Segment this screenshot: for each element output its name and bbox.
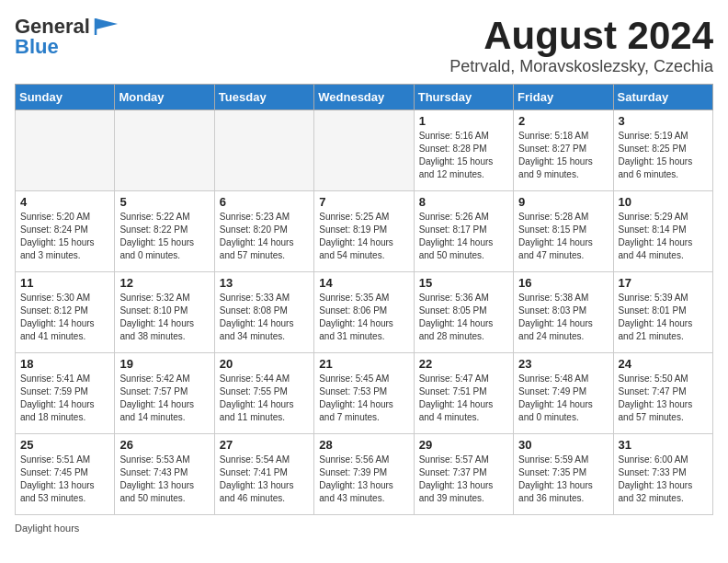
- calendar-header-row: SundayMondayTuesdayWednesdayThursdayFrid…: [16, 85, 713, 110]
- day-number: 28: [319, 438, 408, 452]
- day-number: 4: [20, 195, 109, 209]
- day-number: 13: [220, 276, 309, 290]
- calendar-cell: 28Sunrise: 5:56 AM Sunset: 7:39 PM Dayli…: [314, 434, 414, 515]
- calendar-cell: 4Sunrise: 5:20 AM Sunset: 8:24 PM Daylig…: [16, 191, 115, 272]
- week-row-1: 1Sunrise: 5:16 AM Sunset: 8:28 PM Daylig…: [16, 110, 713, 191]
- calendar-cell: 29Sunrise: 5:57 AM Sunset: 7:37 PM Dayli…: [414, 434, 513, 515]
- logo-flag-icon: [92, 17, 118, 37]
- day-info: Sunrise: 5:18 AM Sunset: 8:27 PM Dayligh…: [518, 130, 608, 181]
- day-info: Sunrise: 5:54 AM Sunset: 7:41 PM Dayligh…: [220, 454, 309, 505]
- day-number: 22: [419, 357, 508, 371]
- calendar-cell: 12Sunrise: 5:32 AM Sunset: 8:10 PM Dayli…: [115, 272, 214, 353]
- calendar-cell: 8Sunrise: 5:26 AM Sunset: 8:17 PM Daylig…: [414, 191, 513, 272]
- day-info: Sunrise: 5:41 AM Sunset: 7:59 PM Dayligh…: [20, 373, 109, 424]
- header: General Blue August 2024 Petrvald, Morav…: [15, 15, 713, 76]
- day-number: 21: [319, 357, 408, 371]
- day-number: 20: [220, 357, 309, 371]
- svg-marker-0: [96, 18, 118, 29]
- day-number: 29: [419, 438, 508, 452]
- day-info: Sunrise: 5:44 AM Sunset: 7:55 PM Dayligh…: [220, 373, 309, 424]
- day-info: Sunrise: 5:50 AM Sunset: 7:47 PM Dayligh…: [619, 373, 708, 424]
- calendar-cell: 10Sunrise: 5:29 AM Sunset: 8:14 PM Dayli…: [613, 191, 712, 272]
- page-title: August 2024: [449, 15, 713, 57]
- day-number: 7: [319, 195, 408, 209]
- day-number: 26: [119, 438, 209, 452]
- col-header-friday: Friday: [514, 85, 613, 110]
- col-header-sunday: Sunday: [16, 85, 115, 110]
- calendar-cell: [115, 110, 214, 191]
- calendar-cell: 30Sunrise: 5:59 AM Sunset: 7:35 PM Dayli…: [514, 434, 613, 515]
- day-info: Sunrise: 5:20 AM Sunset: 8:24 PM Dayligh…: [20, 211, 109, 262]
- day-info: Sunrise: 5:33 AM Sunset: 8:08 PM Dayligh…: [220, 292, 309, 343]
- logo: General Blue: [15, 15, 118, 59]
- calendar-cell: 17Sunrise: 5:39 AM Sunset: 8:01 PM Dayli…: [613, 272, 712, 353]
- day-number: 25: [20, 438, 109, 452]
- calendar-cell: 27Sunrise: 5:54 AM Sunset: 7:41 PM Dayli…: [214, 434, 313, 515]
- day-info: Sunrise: 5:35 AM Sunset: 8:06 PM Dayligh…: [319, 292, 408, 343]
- day-info: Sunrise: 5:30 AM Sunset: 8:12 PM Dayligh…: [20, 292, 109, 343]
- day-number: 10: [619, 195, 708, 209]
- calendar-cell: 13Sunrise: 5:33 AM Sunset: 8:08 PM Dayli…: [214, 272, 313, 353]
- day-info: Sunrise: 6:00 AM Sunset: 7:33 PM Dayligh…: [619, 454, 708, 505]
- calendar-cell: [16, 110, 115, 191]
- calendar-cell: 1Sunrise: 5:16 AM Sunset: 8:28 PM Daylig…: [414, 110, 513, 191]
- day-info: Sunrise: 5:19 AM Sunset: 8:25 PM Dayligh…: [619, 130, 708, 181]
- week-row-5: 25Sunrise: 5:51 AM Sunset: 7:45 PM Dayli…: [16, 434, 713, 515]
- day-info: Sunrise: 5:39 AM Sunset: 8:01 PM Dayligh…: [619, 292, 708, 343]
- day-number: 15: [419, 276, 508, 290]
- calendar-cell: 26Sunrise: 5:53 AM Sunset: 7:43 PM Dayli…: [115, 434, 214, 515]
- day-number: 11: [20, 276, 109, 290]
- day-info: Sunrise: 5:32 AM Sunset: 8:10 PM Dayligh…: [119, 292, 209, 343]
- col-header-thursday: Thursday: [414, 85, 513, 110]
- calendar-cell: 23Sunrise: 5:48 AM Sunset: 7:49 PM Dayli…: [514, 353, 613, 434]
- day-number: 9: [518, 195, 608, 209]
- calendar-cell: 25Sunrise: 5:51 AM Sunset: 7:45 PM Dayli…: [16, 434, 115, 515]
- calendar-cell: 22Sunrise: 5:47 AM Sunset: 7:51 PM Dayli…: [414, 353, 513, 434]
- calendar-cell: [314, 110, 414, 191]
- day-info: Sunrise: 5:28 AM Sunset: 8:15 PM Dayligh…: [518, 211, 608, 262]
- day-number: 16: [518, 276, 608, 290]
- day-number: 17: [619, 276, 708, 290]
- day-number: 6: [220, 195, 309, 209]
- day-number: 5: [119, 195, 209, 209]
- day-info: Sunrise: 5:59 AM Sunset: 7:35 PM Dayligh…: [518, 454, 608, 505]
- day-info: Sunrise: 5:45 AM Sunset: 7:53 PM Dayligh…: [319, 373, 408, 424]
- title-area: August 2024 Petrvald, Moravskoslezsky, C…: [449, 15, 713, 76]
- col-header-tuesday: Tuesday: [214, 85, 313, 110]
- col-header-monday: Monday: [115, 85, 214, 110]
- calendar-cell: 16Sunrise: 5:38 AM Sunset: 8:03 PM Dayli…: [514, 272, 613, 353]
- calendar-cell: 6Sunrise: 5:23 AM Sunset: 8:20 PM Daylig…: [214, 191, 313, 272]
- day-info: Sunrise: 5:51 AM Sunset: 7:45 PM Dayligh…: [20, 454, 109, 505]
- day-info: Sunrise: 5:23 AM Sunset: 8:20 PM Dayligh…: [220, 211, 309, 262]
- calendar-cell: 19Sunrise: 5:42 AM Sunset: 7:57 PM Dayli…: [115, 353, 214, 434]
- day-info: Sunrise: 5:25 AM Sunset: 8:19 PM Dayligh…: [319, 211, 408, 262]
- day-number: 1: [419, 114, 508, 128]
- footer-note: Daylight hours: [15, 523, 713, 534]
- day-number: 23: [518, 357, 608, 371]
- day-number: 14: [319, 276, 408, 290]
- day-info: Sunrise: 5:26 AM Sunset: 8:17 PM Dayligh…: [419, 211, 508, 262]
- calendar-cell: 24Sunrise: 5:50 AM Sunset: 7:47 PM Dayli…: [613, 353, 712, 434]
- calendar-cell: 3Sunrise: 5:19 AM Sunset: 8:25 PM Daylig…: [613, 110, 712, 191]
- calendar-cell: 15Sunrise: 5:36 AM Sunset: 8:05 PM Dayli…: [414, 272, 513, 353]
- calendar-cell: [214, 110, 313, 191]
- calendar-cell: 7Sunrise: 5:25 AM Sunset: 8:19 PM Daylig…: [314, 191, 414, 272]
- day-info: Sunrise: 5:57 AM Sunset: 7:37 PM Dayligh…: [419, 454, 508, 505]
- page-subtitle: Petrvald, Moravskoslezsky, Czechia: [449, 57, 713, 76]
- calendar-cell: 18Sunrise: 5:41 AM Sunset: 7:59 PM Dayli…: [16, 353, 115, 434]
- calendar-cell: 20Sunrise: 5:44 AM Sunset: 7:55 PM Dayli…: [214, 353, 313, 434]
- calendar-cell: 9Sunrise: 5:28 AM Sunset: 8:15 PM Daylig…: [514, 191, 613, 272]
- day-info: Sunrise: 5:38 AM Sunset: 8:03 PM Dayligh…: [518, 292, 608, 343]
- day-info: Sunrise: 5:22 AM Sunset: 8:22 PM Dayligh…: [119, 211, 209, 262]
- calendar-cell: 14Sunrise: 5:35 AM Sunset: 8:06 PM Dayli…: [314, 272, 414, 353]
- day-info: Sunrise: 5:36 AM Sunset: 8:05 PM Dayligh…: [419, 292, 508, 343]
- day-number: 2: [518, 114, 608, 128]
- calendar-cell: 5Sunrise: 5:22 AM Sunset: 8:22 PM Daylig…: [115, 191, 214, 272]
- calendar-cell: 2Sunrise: 5:18 AM Sunset: 8:27 PM Daylig…: [514, 110, 613, 191]
- col-header-saturday: Saturday: [613, 85, 712, 110]
- col-header-wednesday: Wednesday: [314, 85, 414, 110]
- day-number: 24: [619, 357, 708, 371]
- calendar-cell: 11Sunrise: 5:30 AM Sunset: 8:12 PM Dayli…: [16, 272, 115, 353]
- calendar-cell: 21Sunrise: 5:45 AM Sunset: 7:53 PM Dayli…: [314, 353, 414, 434]
- day-number: 31: [619, 438, 708, 452]
